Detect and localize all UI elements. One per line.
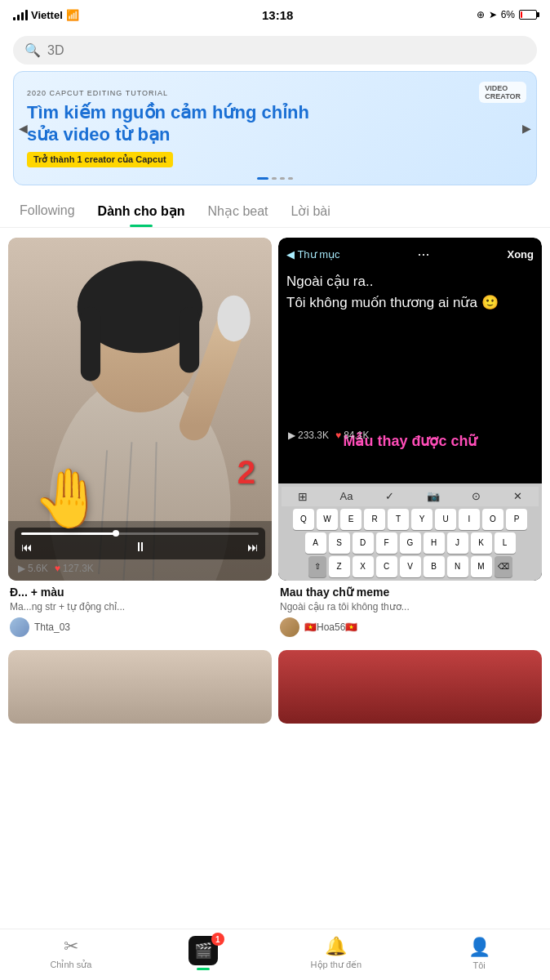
card2-back-icon: ◀ Thư mục [286, 248, 340, 261]
card2-menu-icon: ··· [417, 246, 429, 263]
card2-author: 🇻🇳Hoa56🇻🇳 [280, 617, 540, 637]
key-z[interactable]: Z [329, 556, 350, 577]
key-shift[interactable]: ⇧ [308, 556, 326, 577]
nav-item-edit[interactable]: ✂ Chỉnh sửa [47, 936, 95, 970]
status-time: 13:18 [262, 8, 293, 22]
bottom-thumbnails [0, 650, 550, 805]
tab-loi-bai[interactable]: Lời bài [280, 195, 342, 227]
key-v[interactable]: V [400, 556, 421, 577]
card2-line2: Tôi không muốn thương ai nữa 🙂 [286, 292, 534, 314]
tab-nhac-beat[interactable]: Nhạc beat [196, 195, 279, 227]
key-d[interactable]: D [353, 532, 374, 554]
svg-point-7 [217, 296, 250, 342]
nav-item-inbox[interactable]: 🔔 Hộp thư đến [311, 936, 362, 970]
video-card-1[interactable]: 2 ⏮ ⏸ ⏭ [8, 238, 272, 640]
nav-item-center[interactable]: 🎬 1 [189, 936, 218, 970]
key-g[interactable]: G [400, 532, 421, 554]
key-u[interactable]: U [435, 509, 456, 530]
card2-line1: Ngoài cậu ra.. [286, 271, 534, 292]
banner-dots [257, 177, 293, 180]
card1-desc: Ma...ng str + tự động chỉ... [10, 601, 270, 612]
promo-banner[interactable]: 2020 CAPCUT EDITING TUTORIAL Tìm kiếm ng… [13, 71, 537, 185]
key-c[interactable]: C [376, 556, 397, 577]
banner-subtitle: Trở thành 1 creator của Capcut [27, 152, 173, 167]
card2-author-name: 🇻🇳Hoa56🇻🇳 [304, 621, 357, 633]
key-i[interactable]: I [459, 509, 480, 530]
card2-header: ◀ Thư mục ··· Xong [286, 246, 534, 263]
card1-title: Đ... + màu [10, 586, 270, 599]
status-bar: Viettel 📶 13:18 ⊕ ➤ 6% [0, 0, 550, 29]
card1-thumbnail: 2 ⏮ ⏸ ⏭ [8, 238, 272, 581]
card2-info: Mau thay chữ meme Ngoài cậu ra tôi không… [278, 581, 542, 640]
card1-stats: ▶ 5.6K ♥ 127.3K [15, 559, 265, 576]
tab-bar: Following Dành cho bạn Nhạc beat Lời bài [0, 195, 550, 228]
video-card-2[interactable]: ◀ Thư mục ··· Xong Ngoài cậu ra.. Tôi kh… [278, 238, 542, 640]
status-right: ⊕ ➤ 6% [477, 9, 537, 20]
status-left: Viettel 📶 [13, 9, 79, 21]
keyboard-area: ⊞ Aa ✓ 📷 ⊙ ✕ Q W E R [278, 483, 542, 581]
search-input[interactable] [47, 43, 526, 58]
card2-avatar [280, 617, 299, 637]
key-b[interactable]: B [424, 556, 445, 577]
card1-avatar [10, 617, 29, 637]
key-a[interactable]: A [305, 532, 326, 554]
key-o[interactable]: O [482, 509, 503, 530]
card2-desc: Ngoài cậu ra tôi không thươ... [280, 601, 540, 612]
key-h[interactable]: H [424, 532, 445, 554]
key-l[interactable]: L [495, 532, 516, 554]
key-x[interactable]: X [353, 556, 374, 577]
signal-icon [13, 9, 28, 20]
carrier-label: Viettel [31, 9, 63, 21]
key-q[interactable]: Q [293, 509, 314, 530]
arrow-icon: ➤ [489, 9, 497, 20]
card1-author-name: Thta_03 [34, 621, 70, 633]
card1-likes: 127.3K [63, 563, 94, 574]
bottom-thumb-2[interactable] [278, 650, 542, 724]
bottom-thumb-1[interactable] [8, 650, 272, 724]
nav-badge: 1 [211, 933, 224, 946]
card1-views: 5.6K [28, 563, 48, 574]
key-e[interactable]: E [340, 509, 361, 530]
banner-creator-badge: VIDEOCREATOR [479, 82, 526, 103]
key-p[interactable]: P [506, 509, 527, 530]
key-n[interactable]: N [447, 556, 468, 577]
key-f[interactable]: F [376, 532, 397, 554]
card2-views: 233.3K [298, 430, 329, 441]
card2-close-icon: Xong [507, 248, 534, 261]
key-j[interactable]: J [447, 532, 468, 554]
key-s[interactable]: S [329, 532, 350, 554]
play-icon2: ▶ [288, 430, 295, 441]
key-w[interactable]: W [317, 509, 338, 530]
card2-title: Mau thay chữ meme [280, 586, 540, 599]
content-grid: 2 ⏮ ⏸ ⏭ [0, 228, 550, 650]
banner-arrow-left[interactable]: ◀ [19, 122, 28, 135]
nav-label-inbox: Hộp thư đến [311, 960, 362, 970]
nav-label-profile: Tôi [472, 960, 485, 970]
key-r[interactable]: R [364, 509, 385, 530]
card1-author: Thta_03 [10, 617, 270, 637]
nav-center-dot [197, 968, 210, 970]
key-t[interactable]: T [388, 509, 409, 530]
nav-item-profile[interactable]: 👤 Tôi [455, 937, 503, 970]
tab-following[interactable]: Following [8, 195, 86, 227]
card2-stats: ▶ 233.3K ♥ 84.1K [285, 426, 535, 443]
key-k[interactable]: K [471, 532, 492, 554]
key-y[interactable]: Y [411, 509, 432, 530]
bottom-nav: ✂ Chỉnh sửa 🎬 1 🔔 Hộp thư đến 👤 Tôi [0, 929, 550, 980]
card1-info: Đ... + màu Ma...ng str + tự động chỉ... … [8, 581, 272, 640]
card2-likes: 84.1K [344, 430, 369, 441]
svg-rect-5 [180, 307, 199, 373]
bell-icon: 🔔 [325, 936, 347, 957]
search-icon: 🔍 [24, 42, 41, 58]
card1-number: 2 [237, 454, 255, 491]
key-backspace[interactable]: ⌫ [495, 556, 512, 577]
wifi-icon: 📶 [66, 9, 79, 21]
person-icon: 👤 [468, 937, 490, 958]
banner-arrow-right[interactable]: ▶ [522, 122, 531, 135]
heart-icon: ♥ [55, 563, 60, 574]
tab-danh-cho-ban[interactable]: Dành cho bạn [86, 195, 197, 227]
banner-tag: 2020 CAPCUT EDITING TUTORIAL [27, 89, 523, 97]
nav-label-edit: Chỉnh sửa [50, 960, 91, 970]
key-m[interactable]: M [471, 556, 492, 577]
search-bar[interactable]: 🔍 [13, 36, 537, 65]
